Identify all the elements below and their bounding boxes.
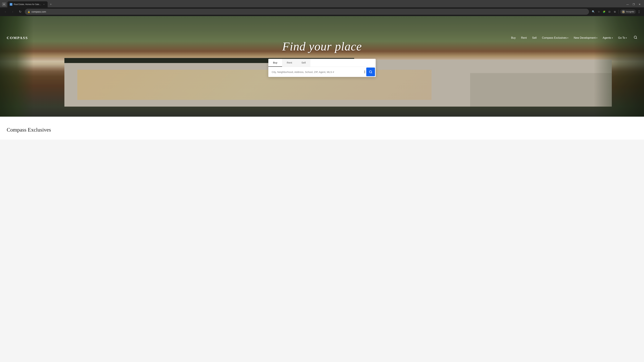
nav-buy[interactable]: Buy bbox=[511, 36, 516, 39]
new-tab-button[interactable]: + bbox=[48, 2, 53, 7]
agents-chevron: ▾ bbox=[612, 37, 613, 39]
nav-links: Buy Rent Sell Compass Exclusives ▾ New D… bbox=[511, 35, 637, 40]
forward-button[interactable]: › bbox=[10, 9, 16, 14]
tab-sell[interactable]: Sell bbox=[297, 59, 310, 67]
tab-group-indicator[interactable]: ▼ bbox=[2, 2, 6, 6]
split-screen-button[interactable]: ⧉ bbox=[612, 9, 617, 14]
minimize-button[interactable]: — bbox=[625, 2, 630, 7]
active-tab[interactable]: C Real Estate, Homes for Sale & A × bbox=[8, 1, 48, 7]
bookmark-button[interactable]: ☆ bbox=[596, 9, 601, 14]
tab-close-button[interactable]: × bbox=[42, 3, 45, 6]
nav-go-to[interactable]: Go To ▾ bbox=[618, 36, 627, 39]
search-tabs: Buy Rent Sell bbox=[268, 59, 376, 67]
search-input[interactable] bbox=[272, 68, 363, 76]
hero-content: Find your place Buy Rent Sell bbox=[0, 16, 644, 77]
incognito-icon: 🕵 bbox=[622, 10, 625, 13]
svg-line-3 bbox=[636, 38, 637, 39]
tab-buy[interactable]: Buy bbox=[268, 59, 282, 67]
new-development-chevron: ▾ bbox=[596, 37, 598, 39]
window-controls: — ❐ ✕ bbox=[625, 2, 642, 7]
incognito-label: Incognito bbox=[626, 10, 634, 13]
tab-rent[interactable]: Rent bbox=[282, 59, 297, 67]
tab-title: Real Estate, Homes for Sale & A bbox=[14, 3, 41, 5]
close-button[interactable]: ✕ bbox=[637, 2, 642, 7]
address-bar: ‹ › ↻ 🔒 compass.com 🔍 ☆ 🧩 ⊡ ⧉ 🕵 Incognit… bbox=[0, 7, 644, 16]
browser-more-button[interactable]: ⋮ bbox=[636, 9, 641, 14]
text-cursor bbox=[364, 70, 365, 73]
browser-chrome: ▼ C Real Estate, Homes for Sale & A × + … bbox=[0, 0, 644, 16]
search-input-row bbox=[268, 67, 376, 77]
incognito-badge[interactable]: 🕵 Incognito bbox=[620, 9, 636, 14]
extensions-button[interactable]: 🧩 bbox=[602, 9, 606, 14]
back-button[interactable]: ‹ bbox=[3, 9, 8, 14]
compass-exclusives-title: Compass Exclusives bbox=[7, 127, 637, 133]
site-nav: COMPASS Buy Rent Sell Compass Exclusives… bbox=[0, 32, 644, 43]
nav-sell[interactable]: Sell bbox=[532, 36, 537, 39]
browser-search-icon[interactable]: 🔍 bbox=[591, 9, 596, 14]
nav-compass-exclusives[interactable]: Compass Exclusives ▾ bbox=[542, 36, 568, 39]
nav-rent[interactable]: Rent bbox=[521, 36, 527, 39]
refresh-button[interactable]: ↻ bbox=[18, 9, 23, 14]
restore-button[interactable]: ❐ bbox=[631, 2, 636, 7]
nav-search-icon[interactable] bbox=[634, 35, 637, 40]
profile-button[interactable]: ⊡ bbox=[607, 9, 612, 14]
site-logo[interactable]: COMPASS bbox=[7, 36, 28, 40]
below-hero: Compass Exclusives bbox=[0, 117, 644, 140]
compass-exclusives-chevron: ▾ bbox=[567, 37, 568, 39]
hero-section: Find your place Buy Rent Sell bbox=[0, 16, 644, 117]
search-container: Buy Rent Sell bbox=[268, 59, 376, 77]
url-text: compass.com bbox=[32, 10, 586, 13]
nav-agents[interactable]: Agents ▾ bbox=[603, 36, 613, 39]
go-to-chevron: ▾ bbox=[626, 37, 627, 39]
address-field[interactable]: 🔒 compass.com bbox=[25, 9, 589, 15]
lock-icon: 🔒 bbox=[28, 10, 30, 13]
tab-bar: ▼ C Real Estate, Homes for Sale & A × + … bbox=[0, 0, 644, 7]
browser-extra-actions: 🔍 ☆ 🧩 ⊡ ⧉ 🕵 Incognito ⋮ bbox=[591, 9, 641, 14]
search-button[interactable] bbox=[366, 67, 375, 76]
website: Find your place Buy Rent Sell bbox=[0, 16, 644, 140]
tab-favicon: C bbox=[10, 3, 12, 6]
svg-line-1 bbox=[371, 72, 372, 73]
hero-wrapper: Find your place Buy Rent Sell bbox=[0, 16, 644, 117]
nav-new-development[interactable]: New Development ▾ bbox=[574, 36, 598, 39]
